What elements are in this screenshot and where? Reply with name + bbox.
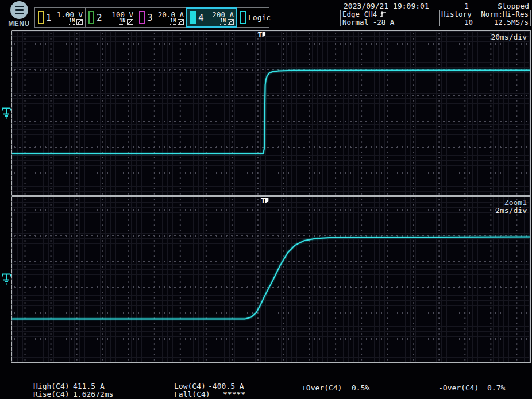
- hamburger-menu-icon: [10, 1, 28, 19]
- main-trace: [12, 31, 530, 195]
- measurement-high-value: 411.5 A: [73, 382, 105, 390]
- logic-badge[interactable]: Logic: [237, 7, 269, 28]
- zoom1-waveform-window[interactable]: Zoom1 2ms/div T: [11, 196, 531, 363]
- measurement-low-label: Low(C4): [174, 382, 206, 390]
- history-value: 10: [464, 18, 473, 26]
- acquisition-info[interactable]: History Norm:Hi-Res 10 12.5MS/s: [440, 10, 530, 26]
- datetime-display: 2023/09/21 19:09:01: [344, 2, 429, 10]
- trigger-position-marker-main[interactable]: T: [257, 31, 265, 38]
- trigger-source: Edge CH4: [342, 10, 377, 18]
- probe-icon: [76, 19, 83, 25]
- rising-edge-icon: [379, 11, 387, 18]
- probe-icon: [228, 19, 234, 25]
- input-impedance-icon: 1M: [69, 19, 75, 25]
- trigger-info[interactable]: Edge CH4 Normal -28 A: [341, 10, 440, 26]
- channel-badge-4-selected[interactable]: 4 200 A 1N: [186, 7, 237, 28]
- zoom-region-end-line[interactable]: [292, 31, 292, 195]
- channel-scale: 1.00 V: [57, 11, 83, 18]
- acquisition-count: 1: [460, 2, 473, 10]
- measurement-nover-label: -Over(C4): [438, 384, 479, 392]
- zoom-trace: [12, 197, 530, 362]
- menu-label: MENU: [6, 20, 32, 28]
- measurement-nover-value: 0.7%: [487, 384, 505, 392]
- run-state: Stopped: [498, 2, 529, 10]
- channel-strip: 1 1.00 V 1M 2 100 V 1N 3: [35, 7, 269, 28]
- channel-number: 4: [198, 13, 204, 22]
- probe-icon: [178, 19, 184, 25]
- measurement-rise-label: Rise(C4): [33, 390, 70, 398]
- channel-scale: 200 A: [212, 11, 234, 18]
- channel-badge-2[interactable]: 2 100 V 1N: [85, 7, 136, 28]
- channel-number: 2: [97, 13, 102, 22]
- main-timebase: 20ms/div: [491, 33, 527, 41]
- oscilloscope-screen: MENU 1 1.00 V 1M 2 100 V 1N: [0, 0, 532, 399]
- input-impedance-icon: 1N: [220, 19, 226, 25]
- zoom-region-start-line[interactable]: [242, 31, 242, 195]
- trigger-mode: Normal -28 A: [342, 18, 394, 26]
- measurement-fall-label: Fall(C4): [174, 390, 210, 398]
- measurement-high-label: High(C4): [33, 382, 70, 390]
- trigger-t-icon: T: [261, 197, 265, 204]
- history-label: History: [441, 10, 472, 18]
- sample-rate: 12.5MS/s: [494, 18, 529, 26]
- channel-number: 3: [147, 13, 153, 22]
- channel-badge-1[interactable]: 1 1.00 V 1M: [34, 7, 86, 28]
- measurement-fall-value: *****: [223, 390, 245, 398]
- zoom-window-title: Zoom1: [504, 198, 527, 207]
- ch4-ground-marker-main[interactable]: [2, 107, 11, 119]
- trigger-t-icon: T: [257, 31, 262, 38]
- main-waveform-window[interactable]: 20ms/div T: [11, 30, 531, 196]
- trigger-flag-icon: [262, 32, 265, 37]
- channel-number: 1: [46, 13, 52, 22]
- channel-4-indicator: [190, 11, 196, 24]
- trigger-flag-icon: [265, 198, 269, 203]
- measurement-low-value: -400.5 A: [208, 382, 244, 390]
- channel-scale: 100 V: [111, 11, 133, 18]
- probe-icon: [127, 19, 133, 25]
- trigger-position-marker-zoom[interactable]: T: [261, 197, 269, 204]
- acquisition-mode: Norm:Hi-Res: [481, 10, 529, 18]
- zoom-timebase: 2ms/div: [495, 206, 527, 215]
- measurement-rise-value: 1.62672ms: [73, 390, 113, 398]
- logic-indicator: [240, 11, 246, 24]
- measurement-pover-value: 0.5%: [352, 384, 369, 392]
- menu-button[interactable]: MENU: [6, 1, 32, 28]
- channel-scale: 20.0 A: [158, 11, 184, 18]
- measurement-pover-label: +Over(C4): [302, 384, 342, 392]
- channel-1-indicator: [38, 11, 44, 24]
- trigger-acquisition-box[interactable]: Edge CH4 Normal -28 A History Norm:Hi-Re…: [340, 10, 531, 26]
- input-impedance-icon: 1N: [119, 19, 125, 25]
- ch4-ground-marker-zoom[interactable]: [2, 273, 11, 285]
- logic-label: Logic: [248, 13, 271, 22]
- channel-3-indicator: [139, 11, 145, 24]
- input-impedance-icon: 1M: [170, 19, 176, 25]
- channel-2-indicator: [88, 11, 94, 24]
- channel-badge-3[interactable]: 3 20.0 A 1M: [136, 7, 187, 28]
